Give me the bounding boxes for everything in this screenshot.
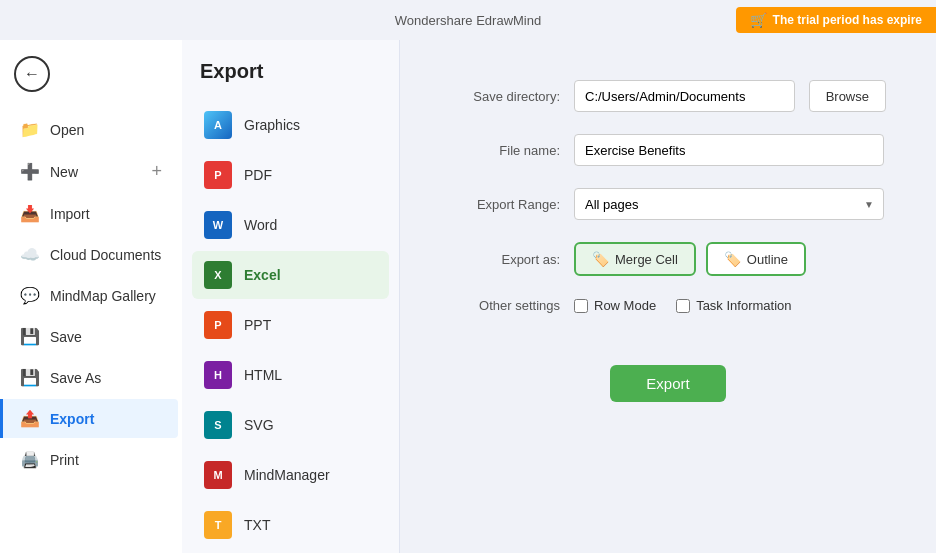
save-directory-input[interactable] — [574, 80, 795, 112]
excel-icon: X — [204, 261, 232, 289]
back-button[interactable]: ← — [14, 56, 50, 92]
sidebar-item-new[interactable]: ➕ New + — [4, 151, 178, 192]
main-layout: ← 📁 Open ➕ New + 📥 Import ☁️ Cloud Docum… — [0, 40, 936, 553]
export-as-row: Export as: 🏷️ Merge Cell 🏷️ Outline — [450, 242, 886, 276]
sidebar-item-open[interactable]: 📁 Open — [4, 110, 178, 149]
outline-icon: 🏷️ — [724, 251, 741, 267]
graphics-icon: A — [204, 111, 232, 139]
sidebar-item-print[interactable]: 🖨️ Print — [4, 440, 178, 479]
sidebar-label-new: New — [50, 164, 78, 180]
format-html[interactable]: H HTML — [192, 351, 389, 399]
sidebar-label-saveas: Save As — [50, 370, 101, 386]
other-settings-row: Other settings Row Mode Task Information — [450, 298, 886, 313]
format-label-html: HTML — [244, 367, 282, 383]
file-name-input[interactable] — [574, 134, 884, 166]
svg-icon: S — [204, 411, 232, 439]
task-info-checkbox-item[interactable]: Task Information — [676, 298, 791, 313]
sidebar-label-cloud: Cloud Documents — [50, 247, 161, 263]
import-icon: 📥 — [20, 204, 40, 223]
export-as-label: Export as: — [450, 252, 560, 267]
export-icon: 📤 — [20, 409, 40, 428]
sidebar-item-import[interactable]: 📥 Import — [4, 194, 178, 233]
format-word[interactable]: W Word — [192, 201, 389, 249]
saveas-icon: 💾 — [20, 368, 40, 387]
new-icon: ➕ — [20, 162, 40, 181]
export-button-wrapper: Export — [450, 335, 886, 402]
export-range-wrapper: All pages Current page Selected pages ▼ — [574, 188, 884, 220]
row-mode-checkbox-item[interactable]: Row Mode — [574, 298, 656, 313]
sidebar-label-save: Save — [50, 329, 82, 345]
format-label-txt: TXT — [244, 517, 270, 533]
top-bar: Wondershare EdrawMind 🛒 The trial period… — [0, 0, 936, 40]
other-settings-label: Other settings — [450, 298, 560, 313]
save-directory-label: Save directory: — [450, 89, 560, 104]
sidebar-item-cloud[interactable]: ☁️ Cloud Documents — [4, 235, 178, 274]
export-button[interactable]: Export — [610, 365, 725, 402]
file-name-row: File name: — [450, 134, 886, 166]
cloud-icon: ☁️ — [20, 245, 40, 264]
format-label-ppt: PPT — [244, 317, 271, 333]
trial-badge[interactable]: 🛒 The trial period has expire — [736, 7, 936, 33]
format-label-svg: SVG — [244, 417, 274, 433]
file-name-label: File name: — [450, 143, 560, 158]
format-label-graphics: Graphics — [244, 117, 300, 133]
outline-label: Outline — [747, 252, 788, 267]
plus-icon: + — [151, 161, 162, 182]
export-range-row: Export Range: All pages Current page Sel… — [450, 188, 886, 220]
word-icon: W — [204, 211, 232, 239]
content-area: Save directory: Browse File name: Export… — [400, 40, 936, 553]
ppt-icon: P — [204, 311, 232, 339]
format-label-word: Word — [244, 217, 277, 233]
outline-button[interactable]: 🏷️ Outline — [706, 242, 806, 276]
sidebar-label-open: Open — [50, 122, 84, 138]
sidebar-label-print: Print — [50, 452, 79, 468]
format-mindmanager[interactable]: M MindManager — [192, 451, 389, 499]
merge-cell-icon: 🏷️ — [592, 251, 609, 267]
export-range-label: Export Range: — [450, 197, 560, 212]
format-graphics[interactable]: A Graphics — [192, 101, 389, 149]
app-title: Wondershare EdrawMind — [395, 13, 541, 28]
row-mode-label: Row Mode — [594, 298, 656, 313]
sidebar-item-save[interactable]: 💾 Save — [4, 317, 178, 356]
format-pdf[interactable]: P PDF — [192, 151, 389, 199]
sidebar-label-export: Export — [50, 411, 94, 427]
html-icon: H — [204, 361, 232, 389]
export-range-select[interactable]: All pages Current page Selected pages — [574, 188, 884, 220]
sidebar: ← 📁 Open ➕ New + 📥 Import ☁️ Cloud Docum… — [0, 40, 182, 553]
merge-cell-button[interactable]: 🏷️ Merge Cell — [574, 242, 696, 276]
pdf-icon: P — [204, 161, 232, 189]
sidebar-label-import: Import — [50, 206, 90, 222]
export-as-group: 🏷️ Merge Cell 🏷️ Outline — [574, 242, 806, 276]
sidebar-item-saveas[interactable]: 💾 Save As — [4, 358, 178, 397]
checkbox-group: Row Mode Task Information — [574, 298, 792, 313]
browse-button[interactable]: Browse — [809, 80, 886, 112]
trial-text: The trial period has expire — [773, 13, 922, 27]
format-label-excel: Excel — [244, 267, 281, 283]
row-mode-checkbox[interactable] — [574, 299, 588, 313]
task-info-label: Task Information — [696, 298, 791, 313]
merge-cell-label: Merge Cell — [615, 252, 678, 267]
sidebar-label-mindmap: MindMap Gallery — [50, 288, 156, 304]
format-label-mindmanager: MindManager — [244, 467, 330, 483]
open-icon: 📁 — [20, 120, 40, 139]
format-ppt[interactable]: P PPT — [192, 301, 389, 349]
mindmanager-icon: M — [204, 461, 232, 489]
sidebar-item-mindmap[interactable]: 💬 MindMap Gallery — [4, 276, 178, 315]
export-panel: Export A Graphics P PDF W Word X Excel P… — [182, 40, 400, 553]
format-label-pdf: PDF — [244, 167, 272, 183]
format-excel[interactable]: X Excel — [192, 251, 389, 299]
export-panel-title: Export — [192, 60, 389, 83]
save-icon: 💾 — [20, 327, 40, 346]
graphics-icon-text: A — [214, 119, 222, 131]
task-info-checkbox[interactable] — [676, 299, 690, 313]
print-icon: 🖨️ — [20, 450, 40, 469]
format-svg[interactable]: S SVG — [192, 401, 389, 449]
cart-icon: 🛒 — [750, 12, 767, 28]
save-directory-row: Save directory: Browse — [450, 80, 886, 112]
format-txt[interactable]: T TXT — [192, 501, 389, 549]
sidebar-item-export[interactable]: 📤 Export — [0, 399, 178, 438]
txt-icon: T — [204, 511, 232, 539]
mindmap-icon: 💬 — [20, 286, 40, 305]
